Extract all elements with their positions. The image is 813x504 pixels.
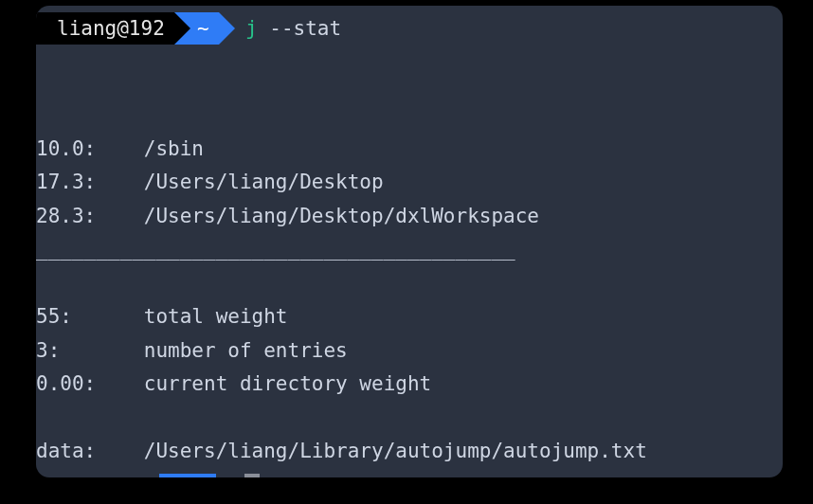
terminal-window[interactable]: liang@192 ~ j --stat 10.0: /sbin 17.3: /…	[36, 6, 783, 477]
accent-underline	[159, 474, 216, 477]
powerline-separator-icon	[219, 12, 235, 45]
prompt-line: liang@192 ~ j --stat	[36, 6, 783, 55]
command-args: --stat	[258, 17, 342, 40]
powerline-separator-icon	[174, 12, 190, 45]
command-input[interactable]: j --stat	[245, 12, 341, 45]
prompt-user-host: liang@192	[36, 12, 174, 45]
accent-underline	[244, 474, 260, 477]
command-name: j	[245, 17, 258, 40]
terminal-output: 10.0: /sbin 17.3: /Users/liang/Desktop 2…	[36, 99, 783, 469]
